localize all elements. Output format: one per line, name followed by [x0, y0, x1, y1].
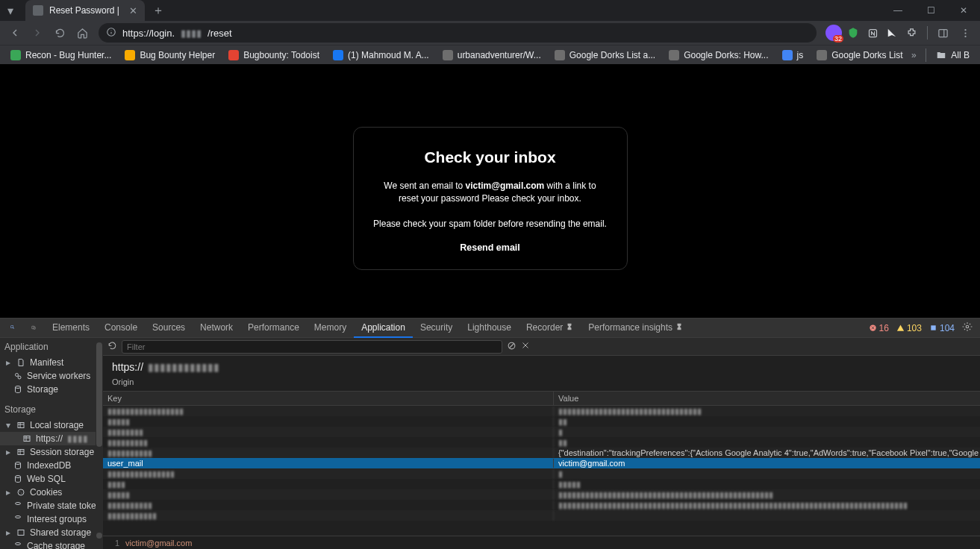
- sidebar-item-indexeddb[interactable]: IndexedDB: [0, 459, 103, 472]
- error-count[interactable]: 16: [869, 323, 889, 333]
- chrome-menu-button[interactable]: [955, 22, 976, 43]
- sidebar-item-local-storage[interactable]: ▾Local storage: [0, 418, 103, 432]
- browser-tab[interactable]: Reset Password | ✕: [25, 0, 145, 21]
- address-bar[interactable]: https://login. ▮▮▮▮ /reset: [99, 23, 817, 43]
- bookmark-item[interactable]: js: [776, 48, 810, 62]
- refresh-storage-button[interactable]: [107, 341, 117, 353]
- column-value[interactable]: Value: [554, 392, 980, 405]
- devtools-tab-application[interactable]: Application: [354, 319, 413, 338]
- sidebar-item-interest-groups[interactable]: Interest groups: [0, 512, 103, 526]
- sidebar-item-session-storage[interactable]: ▸Session storage: [0, 445, 103, 459]
- devtools-tab-console[interactable]: Console: [97, 319, 145, 338]
- forward-button[interactable]: [27, 22, 48, 43]
- devtools-tab-performance-insights[interactable]: Performance insights: [581, 319, 690, 338]
- storage-key: ▮▮▮▮▮: [103, 417, 554, 427]
- filter-input[interactable]: [122, 340, 502, 354]
- storage-row[interactable]: ▮▮▮▮▮▮▮▮▮▮▮▮▮▮▮▮▮▮▮▮▮▮▮▮▮▮▮▮▮▮▮▮▮▮▮▮▮▮▮▮…: [103, 489, 980, 500]
- bookmark-item[interactable]: Bug Bounty Helper: [119, 48, 221, 62]
- bookmark-favicon: [817, 50, 827, 60]
- home-button[interactable]: [72, 22, 93, 43]
- tab-close-icon[interactable]: ✕: [129, 5, 137, 16]
- extension-icon[interactable]: [884, 25, 900, 41]
- devtools-settings-icon[interactable]: [962, 321, 973, 334]
- svg-point-6: [964, 35, 966, 37]
- reset-message-1: We sent an email to victim@gmail.com wit…: [373, 180, 608, 206]
- bookmark-favicon: [10, 50, 21, 60]
- sidebar-item-shared-storage[interactable]: ▸Shared storage: [0, 526, 103, 539]
- tab-search-dropdown[interactable]: ▾: [0, 0, 21, 21]
- reset-message-2: Please check your spam folder before res…: [373, 218, 608, 230]
- storage-row[interactable]: ▮▮▮▮▮▮▮▮▮▮▮: [103, 437, 980, 448]
- extension-icon[interactable]: [845, 25, 861, 41]
- devtools-tab-elements[interactable]: Elements: [45, 319, 97, 338]
- new-tab-button[interactable]: ＋: [148, 0, 169, 21]
- bookmark-item[interactable]: Google Dorks List a...: [549, 48, 661, 62]
- sidebar-item-websql[interactable]: Web SQL: [0, 472, 103, 486]
- window-minimize[interactable]: —: [881, 0, 914, 21]
- storage-row[interactable]: user_mailvictim@gmail.com: [103, 458, 980, 468]
- svg-point-20: [16, 476, 21, 478]
- devtools-tab-lighthouse[interactable]: Lighthouse: [460, 319, 519, 338]
- extension-icon[interactable]: [864, 25, 881, 41]
- storage-row[interactable]: ▮▮▮▮▮▮▮▮▮▮▮▮▮▮▮▮: [103, 468, 980, 479]
- bookmark-label: (1) Mahmoud M. A...: [348, 50, 429, 60]
- devtools-tab-memory[interactable]: Memory: [307, 319, 354, 338]
- column-key[interactable]: Key: [103, 392, 554, 405]
- storage-row[interactable]: ▮▮▮▮▮▮▮▮▮▮▮▮▮▮▮▮▮▮▮▮▮▮▮▮▮▮▮▮▮▮▮▮▮▮▮▮▮▮▮▮…: [103, 500, 980, 510]
- extension-badge-icon[interactable]: 32: [825, 25, 842, 41]
- sidebar-item-private-state-tokens[interactable]: Private state tokens: [0, 499, 103, 512]
- folder-icon: [936, 50, 946, 60]
- beta-icon: [675, 322, 683, 333]
- inspect-element-button[interactable]: [3, 319, 22, 338]
- warning-icon: [896, 324, 905, 332]
- window-maximize[interactable]: ☐: [914, 0, 947, 21]
- devtools-tab-recorder[interactable]: Recorder: [519, 319, 581, 338]
- home-icon: [77, 28, 88, 39]
- bookmark-item[interactable]: Bugbounty: Todoist: [222, 48, 325, 62]
- storage-row[interactable]: ▮▮▮▮▮▮▮▮▮: [103, 427, 980, 437]
- resend-email-button[interactable]: Resend email: [373, 242, 608, 253]
- warning-count[interactable]: 103: [896, 323, 922, 333]
- storage-row[interactable]: ▮▮▮▮▮▮▮▮▮: [103, 479, 980, 489]
- sidebar-scrollbar[interactable]: [96, 338, 103, 549]
- bookmarks-overflow[interactable]: »: [907, 50, 921, 60]
- extensions-menu-icon[interactable]: [903, 25, 920, 41]
- svg-point-4: [964, 29, 966, 31]
- bookmark-item[interactable]: Google Dorks List a...: [811, 48, 904, 62]
- bookmark-item[interactable]: (1) Mahmoud M. A...: [327, 48, 435, 62]
- bookmark-item[interactable]: Recon - Bug Hunter...: [4, 48, 117, 62]
- sidebar-item-storage[interactable]: Storage: [0, 383, 103, 396]
- info-count[interactable]: 104: [929, 323, 955, 333]
- gears-icon: [13, 371, 22, 380]
- devtools-tab-sources[interactable]: Sources: [145, 319, 193, 338]
- sidebar-item-cache-storage[interactable]: Cache storage: [0, 539, 103, 549]
- device-toolbar-button[interactable]: [24, 319, 43, 338]
- bookmark-item[interactable]: urbanadventurer/W...: [437, 48, 547, 62]
- window-close[interactable]: ✕: [947, 0, 980, 21]
- error-icon: [869, 324, 877, 332]
- info-icon: [929, 324, 937, 332]
- delete-selected-button[interactable]: [521, 341, 530, 352]
- storage-value: {"destination":"trackingPreferences":{"A…: [554, 448, 980, 457]
- sidebar-item-local-origin[interactable]: https://▮▮▮▮: [0, 432, 103, 445]
- sidebar-section-storage: Storage: [0, 401, 103, 418]
- sidebar-item-cookies[interactable]: ▸Cookies: [0, 486, 103, 499]
- reload-button[interactable]: [49, 22, 70, 43]
- storage-row[interactable]: ▮▮▮▮▮▮▮: [103, 416, 980, 427]
- storage-row[interactable]: ▮▮▮▮▮▮▮▮▮▮▮: [103, 510, 980, 521]
- side-panel-button[interactable]: [932, 22, 953, 43]
- devtools-tab-security[interactable]: Security: [413, 319, 460, 338]
- storage-key: ▮▮▮▮▮▮▮▮▮▮▮▮▮▮▮▮▮: [103, 407, 554, 416]
- bookmark-item[interactable]: Google Dorks: How...: [663, 48, 774, 62]
- devtools-tab-network[interactable]: Network: [193, 319, 240, 338]
- site-info-icon[interactable]: [106, 27, 116, 40]
- sidebar-item-service-workers[interactable]: Service workers: [0, 369, 103, 383]
- sidebar-item-manifest[interactable]: ▸Manifest: [0, 356, 103, 369]
- bookmark-label: Google Dorks List a...: [569, 50, 655, 60]
- devtools-tab-performance[interactable]: Performance: [240, 319, 307, 338]
- clear-storage-button[interactable]: [507, 341, 516, 353]
- bookmarks-folder[interactable]: All B: [930, 48, 976, 62]
- back-button[interactable]: [4, 22, 25, 43]
- storage-row[interactable]: ▮▮▮▮▮▮▮▮▮▮{"destination":"trackingPrefer…: [103, 448, 980, 458]
- storage-row[interactable]: ▮▮▮▮▮▮▮▮▮▮▮▮▮▮▮▮▮▮▮▮▮▮▮▮▮▮▮▮▮▮▮▮▮▮▮▮▮▮▮▮…: [103, 406, 980, 416]
